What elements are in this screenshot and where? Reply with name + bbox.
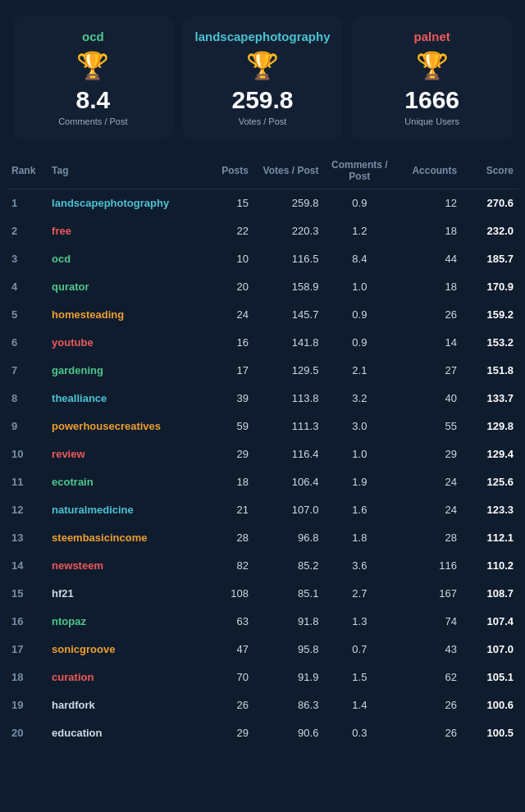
cell-comments: 1.5	[323, 664, 395, 691]
cell-score: 108.7	[462, 580, 518, 608]
card-value-landscapephotography: 259.8	[231, 86, 293, 113]
cell-accounts: 74	[395, 608, 462, 636]
table-row: 20 education 29 90.6 0.3 26 100.5	[7, 719, 518, 747]
table-row: 7 gardening 17 129.5 2.1 27 151.8	[7, 357, 518, 385]
cell-score: 123.3	[462, 496, 518, 524]
cell-tag: homesteading	[47, 301, 203, 329]
cell-votes: 259.8	[253, 189, 324, 217]
cell-votes: 113.8	[253, 385, 324, 413]
cell-comments: 3.2	[323, 385, 395, 413]
cell-score: 232.0	[462, 217, 518, 245]
cell-rank: 12	[7, 496, 47, 524]
table-row: 3 ocd 10 116.5 8.4 44 185.7	[7, 245, 518, 273]
cell-tag: newsteem	[47, 552, 203, 580]
cell-score: 112.1	[462, 524, 518, 552]
cell-comments: 1.3	[323, 608, 395, 636]
table-row: 6 youtube 16 141.8 0.9 14 153.2	[7, 329, 518, 357]
header-score: Score	[462, 153, 518, 189]
cell-tag: ntopaz	[47, 608, 203, 636]
card-label-landscapephotography: Votes / Post	[239, 116, 287, 126]
cell-accounts: 27	[395, 357, 462, 385]
cell-rank: 15	[7, 580, 47, 608]
card-label-ocd: Comments / Post	[58, 116, 127, 126]
cell-votes: 91.8	[253, 608, 324, 636]
cell-comments: 0.9	[323, 301, 395, 329]
cell-tag: qurator	[47, 273, 203, 301]
cell-accounts: 14	[395, 329, 462, 357]
cell-score: 125.6	[462, 468, 518, 496]
cell-votes: 95.8	[253, 636, 324, 664]
cell-accounts: 40	[395, 385, 462, 413]
cell-comments: 3.6	[323, 552, 395, 580]
cell-comments: 2.1	[323, 357, 395, 385]
cell-rank: 17	[7, 636, 47, 664]
cell-posts: 59	[203, 413, 253, 440]
cell-tag: review	[47, 440, 203, 468]
cell-posts: 29	[203, 440, 253, 468]
cell-accounts: 18	[395, 217, 462, 245]
cell-accounts: 116	[395, 552, 462, 580]
header-comments: Comments / Post	[323, 153, 395, 189]
cell-rank: 3	[7, 245, 47, 273]
cell-posts: 108	[203, 580, 253, 608]
cell-posts: 22	[203, 217, 253, 245]
header-accounts: Accounts	[395, 153, 462, 189]
table-row: 10 review 29 116.4 1.0 29 129.4	[7, 440, 518, 468]
top-cards: ocd 🏆 8.4 Comments / Post landscapephoto…	[0, 0, 525, 153]
header-rank: Rank	[7, 153, 47, 189]
cell-comments: 2.7	[323, 580, 395, 608]
cell-posts: 47	[203, 636, 253, 664]
cell-posts: 63	[203, 608, 253, 636]
cell-accounts: 44	[395, 245, 462, 273]
cell-votes: 158.9	[253, 273, 324, 301]
card-label-palnet: Unique Users	[404, 116, 459, 126]
cell-tag: powerhousecreatives	[47, 413, 203, 440]
table-row: 5 homesteading 24 145.7 0.9 26 159.2	[7, 301, 518, 329]
cell-posts: 10	[203, 245, 253, 273]
cell-accounts: 24	[395, 468, 462, 496]
cell-tag: hf21	[47, 580, 203, 608]
cell-comments: 3.0	[323, 413, 395, 440]
cell-posts: 28	[203, 524, 253, 552]
cell-tag: steembasicincome	[47, 524, 203, 552]
cell-posts: 39	[203, 385, 253, 413]
cell-score: 107.0	[462, 636, 518, 664]
cell-tag: sonicgroove	[47, 636, 203, 664]
table-row: 8 thealliance 39 113.8 3.2 40 133.7	[7, 385, 518, 413]
header-posts: Posts	[203, 153, 253, 189]
cell-tag: hardfork	[47, 691, 203, 719]
cell-accounts: 18	[395, 273, 462, 301]
cell-score: 153.2	[462, 329, 518, 357]
cell-rank: 8	[7, 385, 47, 413]
card-ocd: ocd 🏆 8.4 Comments / Post	[13, 16, 173, 139]
cell-comments: 1.6	[323, 496, 395, 524]
cell-comments: 1.2	[323, 217, 395, 245]
cell-tag: curation	[47, 664, 203, 691]
cell-comments: 1.0	[323, 273, 395, 301]
cell-comments: 1.0	[323, 440, 395, 468]
cell-votes: 129.5	[253, 357, 324, 385]
cell-rank: 2	[7, 217, 47, 245]
cell-accounts: 26	[395, 719, 462, 747]
cell-posts: 20	[203, 273, 253, 301]
cell-posts: 18	[203, 468, 253, 496]
cell-score: 159.2	[462, 301, 518, 329]
cell-score: 100.6	[462, 691, 518, 719]
table-row: 11 ecotrain 18 106.4 1.9 24 125.6	[7, 468, 518, 496]
trophy-icon-ocd: 🏆	[76, 50, 109, 81]
cell-posts: 16	[203, 329, 253, 357]
table-header: Rank Tag Posts Votes / Post Comments / P…	[7, 153, 518, 189]
cell-accounts: 26	[395, 301, 462, 329]
cell-score: 185.7	[462, 245, 518, 273]
cell-comments: 1.8	[323, 524, 395, 552]
cell-score: 129.4	[462, 440, 518, 468]
cell-rank: 6	[7, 329, 47, 357]
cell-votes: 116.5	[253, 245, 324, 273]
table-row: 4 qurator 20 158.9 1.0 18 170.9	[7, 273, 518, 301]
cell-posts: 21	[203, 496, 253, 524]
card-value-palnet: 1666	[404, 86, 459, 113]
card-palnet: palnet 🏆 1666 Unique Users	[352, 16, 512, 139]
cell-accounts: 55	[395, 413, 462, 440]
cell-accounts: 26	[395, 691, 462, 719]
cell-posts: 26	[203, 691, 253, 719]
